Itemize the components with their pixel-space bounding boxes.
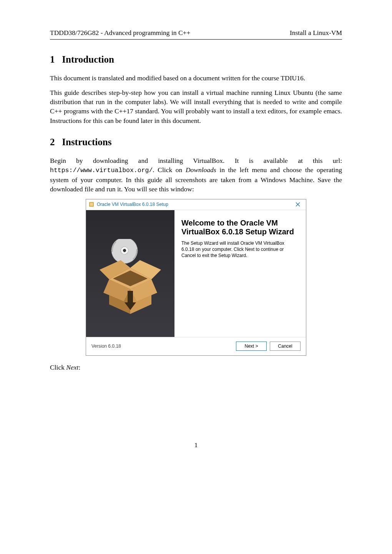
dialog-titlebar: Oracle VM VirtualBox 6.0.18 Setup [86,199,306,210]
next-button[interactable]: Next > [236,342,267,351]
dialog-sidebar [86,210,174,337]
dialog-content: Welcome to the Oracle VM VirtualBox 6.0.… [174,210,306,337]
cancel-button[interactable]: Cancel [270,342,301,351]
section-2-number: 2 [50,137,55,147]
downloads-word: Downloads [186,166,216,174]
svg-rect-1 [90,203,93,206]
click-word: Click [50,363,66,371]
section-1-number: 1 [50,54,55,65]
instr-p1-b: . Click on [153,166,186,174]
wizard-heading: Welcome to the Oracle VM VirtualBox 6.0.… [181,219,297,236]
page-number: 1 [50,441,342,449]
section-2-heading: 2 Instructions [50,137,342,148]
footer-buttons: Next > Cancel [236,342,301,351]
box-icon [98,239,163,316]
dialog-body: Welcome to the Oracle VM VirtualBox 6.0.… [86,210,306,337]
colon: : [78,363,80,371]
virtualbox-url: https://www.virtualbox.org/ [50,167,153,174]
section-1-heading: 1 Introduction [50,54,342,65]
header-left: TDDD38/726G82 - Advanced programming in … [50,29,190,37]
dialog-title: Oracle VM VirtualBox 6.0.18 Setup [97,202,290,207]
next-word: Next [66,363,78,371]
dialog-footer: Version 6.0.18 Next > Cancel [86,337,306,355]
version-label: Version 6.0.18 [91,343,121,349]
section-1-title: Introduction [62,54,114,65]
intro-p1: This document is translated and modified… [50,73,342,83]
section-2-title: Instructions [62,137,111,147]
intro-p2: This guide describes step-by-step how yo… [50,88,342,125]
header-right: Install a Linux-VM [290,29,342,37]
instructions-p1: Begin by downloading and installing Virt… [50,156,342,194]
instr-p1-a: Begin by downloading and installing Virt… [50,157,342,164]
wizard-body-text: The Setup Wizard will install Oracle VM … [181,240,297,259]
close-icon[interactable] [290,199,306,210]
svg-rect-16 [128,291,133,302]
click-next-line: Click Next: [50,363,342,372]
installer-icon [88,201,95,207]
vbox-setup-dialog: Oracle VM VirtualBox 6.0.18 Setup [86,199,306,356]
page-header: TDDD38/726G82 - Advanced programming in … [50,29,342,40]
